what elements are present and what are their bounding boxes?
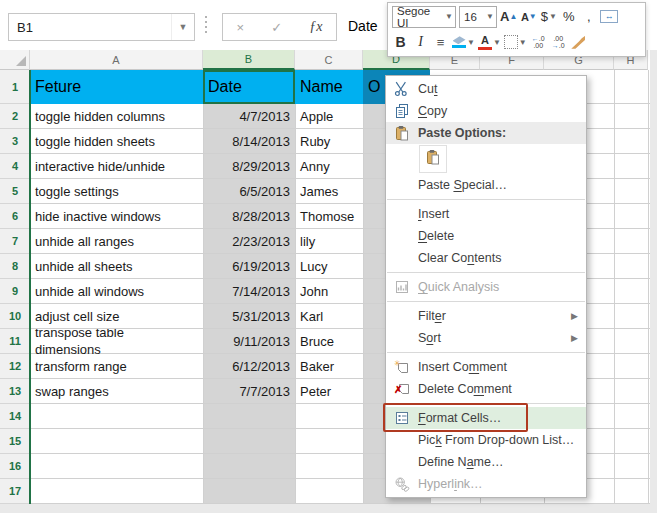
cell-b6[interactable]: 8/28/2013 xyxy=(203,204,295,229)
font-color-button[interactable]: A ▼ xyxy=(478,32,501,53)
row-header-9[interactable]: 9 xyxy=(0,279,30,304)
menu-item-delete[interactable]: Delete xyxy=(386,225,586,247)
cell-c2[interactable]: Apple xyxy=(295,104,363,129)
font-size-combo[interactable]: 16 ▼ xyxy=(459,6,497,28)
menu-item-cut[interactable]: Cut xyxy=(386,78,586,100)
menu-item-delete-comment[interactable]: ✗Delete Comment xyxy=(386,378,586,400)
name-box[interactable]: B1 ▼ xyxy=(8,13,195,41)
cell-c1[interactable]: Name xyxy=(295,70,363,104)
cell-b5[interactable]: 6/5/2013 xyxy=(203,179,295,204)
shrink-font-button[interactable]: A▼ xyxy=(520,6,537,27)
menu-item-filter[interactable]: Filter▶ xyxy=(386,305,586,327)
row-header-12[interactable]: 12 xyxy=(0,354,30,379)
cell-c4[interactable]: Anny xyxy=(295,154,363,179)
paste-option-button[interactable] xyxy=(419,145,447,173)
cancel-icon[interactable]: × xyxy=(237,20,245,35)
cell-a8[interactable]: unhide all sheets xyxy=(30,254,203,279)
cell-c3[interactable]: Ruby xyxy=(295,129,363,154)
row-header-4[interactable]: 4 xyxy=(0,154,30,179)
menu-item-sort[interactable]: Sort▶ xyxy=(386,327,586,349)
column-header-b[interactable]: B xyxy=(203,50,295,70)
fill-color-button[interactable]: ▼ xyxy=(452,32,475,53)
menu-item-clear-contents[interactable]: Clear Contents xyxy=(386,247,586,269)
row-header-2[interactable]: 2 xyxy=(0,104,30,129)
cell-b13[interactable]: 7/7/2013 xyxy=(203,379,295,404)
menu-item-format-cells[interactable]: Format Cells… xyxy=(386,407,586,429)
row-header-17[interactable]: 17 xyxy=(0,479,30,504)
row-header-3[interactable]: 3 xyxy=(0,129,30,154)
row-header-15[interactable]: 15 xyxy=(0,429,30,454)
menu-item-paste-special[interactable]: Paste Special… xyxy=(386,174,586,196)
bold-button[interactable]: B xyxy=(392,32,409,53)
cell-c12[interactable]: Baker xyxy=(295,354,363,379)
row-header-8[interactable]: 8 xyxy=(0,254,30,279)
merge-center-button[interactable]: ↔ xyxy=(600,6,618,27)
column-header-c[interactable]: C xyxy=(295,50,363,70)
menu-item-insert-comment[interactable]: ✳Insert Comment xyxy=(386,356,586,378)
comma-format-button[interactable]: , xyxy=(580,6,597,27)
increase-decimal-button[interactable]: ←.0.00 xyxy=(530,32,547,53)
copy-icon xyxy=(393,103,410,120)
select-all-corner[interactable] xyxy=(0,50,30,70)
cell-c5[interactable]: James xyxy=(295,179,363,204)
select-all-triangle-icon xyxy=(16,56,26,66)
cell-c7[interactable]: lily xyxy=(295,229,363,254)
cell-c10[interactable]: Karl xyxy=(295,304,363,329)
cell-b3[interactable]: 8/14/2013 xyxy=(203,129,295,154)
cell-a11[interactable]: transpose table dimensions xyxy=(30,329,203,354)
cell-a5[interactable]: toggle settings xyxy=(30,179,203,204)
cell-a12[interactable]: transform range xyxy=(30,354,203,379)
cell-a10[interactable]: adjust cell size xyxy=(30,304,203,329)
font-name-combo[interactable]: Segoe UI ▼ xyxy=(392,6,456,28)
cell-a6[interactable]: hide inactive windows xyxy=(30,204,203,229)
row-header-10[interactable]: 10 xyxy=(0,304,30,329)
row-header-6[interactable]: 6 xyxy=(0,204,30,229)
cell-c8[interactable]: Lucy xyxy=(295,254,363,279)
row-header-1[interactable]: 1 xyxy=(0,70,30,104)
grow-font-button[interactable]: A▲ xyxy=(500,6,517,27)
format-painter-button[interactable] xyxy=(570,32,587,53)
formula-bar-input[interactable]: Date xyxy=(348,13,378,39)
decrease-decimal-button[interactable]: .00→.0 xyxy=(550,32,567,53)
percent-format-button[interactable]: % xyxy=(560,6,577,27)
cell-c9[interactable]: John xyxy=(295,279,363,304)
column-header-a[interactable]: A xyxy=(30,50,203,70)
menu-item-paste-options[interactable]: Paste Options: xyxy=(386,122,586,144)
insert-function-icon[interactable]: ƒx xyxy=(309,19,322,35)
cell-a9[interactable]: unhide all windows xyxy=(30,279,203,304)
cell-a7[interactable]: unhide all ranges xyxy=(30,229,203,254)
row-header-14[interactable]: 14 xyxy=(0,404,30,429)
cell-b9[interactable]: 7/14/2013 xyxy=(203,279,295,304)
italic-button[interactable]: I xyxy=(412,32,429,53)
cell-b2[interactable]: 4/7/2013 xyxy=(203,104,295,129)
cell-b11[interactable]: 9/11/2013 xyxy=(203,329,295,354)
enter-icon[interactable]: ✓ xyxy=(271,20,282,35)
menu-item-define-name[interactable]: Define Name… xyxy=(386,451,586,473)
cell-a4[interactable]: interactive hide/unhide xyxy=(30,154,203,179)
name-box-dropdown-arrow[interactable]: ▼ xyxy=(171,14,194,40)
cell-a13[interactable]: swap ranges xyxy=(30,379,203,404)
row-header-7[interactable]: 7 xyxy=(0,229,30,254)
menu-item-pick-from-drop-down-list[interactable]: Pick From Drop-down List… xyxy=(386,429,586,451)
menu-item-insert[interactable]: Insert xyxy=(386,203,586,225)
borders-button[interactable]: ▼ xyxy=(504,32,527,53)
cell-b8[interactable]: 6/19/2013 xyxy=(203,254,295,279)
cell-b12[interactable]: 6/12/2013 xyxy=(203,354,295,379)
menu-item-label: Insert Comment xyxy=(418,360,507,374)
cell-a3[interactable]: toggle hidden sheets xyxy=(30,129,203,154)
row-header-11[interactable]: 11 xyxy=(0,329,30,354)
menu-item-copy[interactable]: Copy xyxy=(386,100,586,122)
cell-c6[interactable]: Thomose xyxy=(295,204,363,229)
row-header-5[interactable]: 5 xyxy=(0,179,30,204)
row-header-16[interactable]: 16 xyxy=(0,454,30,479)
cell-b7[interactable]: 2/23/2013 xyxy=(203,229,295,254)
row-header-13[interactable]: 13 xyxy=(0,379,30,404)
currency-format-button[interactable]: $▼ xyxy=(540,6,557,27)
cell-b10[interactable]: 5/31/2013 xyxy=(203,304,295,329)
cell-c11[interactable]: Bruce xyxy=(295,329,363,354)
cell-a2[interactable]: toggle hidden columns xyxy=(30,104,203,129)
cell-c13[interactable]: Peter xyxy=(295,379,363,404)
cell-b4[interactable]: 8/29/2013 xyxy=(203,154,295,179)
cell-a1[interactable]: Feture xyxy=(30,70,203,104)
center-align-button[interactable]: ≡ xyxy=(432,32,449,53)
